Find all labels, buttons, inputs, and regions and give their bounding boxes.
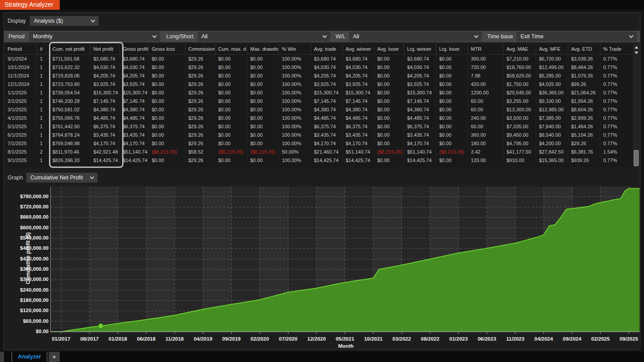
- cell: $4,205.74: [342, 71, 374, 80]
- column-header-[interactable]: #: [37, 44, 49, 54]
- table-row[interactable]: 3/1/20251$750,581.02$4,380.74$4,380.74$0…: [4, 105, 634, 114]
- column-header-win[interactable]: % Win: [279, 44, 311, 54]
- cell: 120.00: [468, 156, 503, 164]
- cell: 360.00: [468, 130, 503, 139]
- cell: 60.00: [468, 97, 503, 105]
- cell: 100.00%: [279, 71, 311, 80]
- graph-type-dropdown[interactable]: Cumulative Net Profit: [26, 173, 98, 183]
- tab-analyzer[interactable]: Analyzer: [12, 352, 47, 362]
- scrollbar-thumb[interactable]: [634, 150, 639, 166]
- cell: $7,145.74: [90, 97, 119, 105]
- x-axis-tick-label: 02/2020: [246, 336, 274, 342]
- table-row[interactable]: 1/1/20251$739,054.54$15,300.74$15,300.74…: [4, 88, 634, 97]
- window-title: Strategy Analyzer: [4, 1, 53, 8]
- table-row[interactable]: 5/1/20251$761,442.50$6,375.74$6,375.74$0…: [4, 122, 634, 130]
- chart-plot-area[interactable]: [50, 187, 640, 334]
- cell: $0.00: [215, 114, 247, 122]
- time-base-dropdown[interactable]: Exit Time: [517, 32, 637, 41]
- cell: ($8,219.26): [247, 147, 279, 156]
- cell: $3,255.00: [503, 97, 536, 105]
- cell: $0.00: [215, 71, 247, 80]
- chevron-down-icon: [91, 18, 95, 22]
- y-axis-tick-label: $660,000.00: [8, 214, 49, 220]
- column-header-avg-trade[interactable]: Avg. trade: [311, 44, 342, 54]
- cell: $13,300.00: [503, 105, 536, 114]
- column-header-max-drawdo[interactable]: Max. drawdo: [247, 44, 279, 54]
- column-header-lrg-winner[interactable]: Lrg. winner: [404, 44, 436, 54]
- y-axis-tick-label: $480,000.00: [8, 245, 49, 252]
- long-short-dropdown[interactable]: All: [197, 32, 330, 41]
- cell: $4,485.74: [311, 114, 342, 122]
- cell: 1: [37, 122, 49, 130]
- cell: $739,054.54: [49, 88, 90, 97]
- cell: 0.77%: [600, 80, 634, 88]
- scroll-up-button[interactable]: [633, 45, 640, 50]
- cell: 6/1/2025: [4, 130, 37, 139]
- cell: $14,425.74: [311, 156, 342, 164]
- x-axis-tick-label: 09/2025: [615, 336, 643, 342]
- cell: $6,720.00: [536, 54, 568, 63]
- cell: $4,200.00: [536, 139, 568, 147]
- column-header-gross-loss[interactable]: Gross loss: [148, 44, 185, 54]
- cell: 300.00: [468, 54, 503, 63]
- column-header-avg-mfe[interactable]: Avg. MFE: [536, 44, 568, 54]
- cell: 100.00%: [279, 63, 311, 71]
- table-row[interactable]: 9/1/20241$711,591.58$3,680.74$3,680.74$0…: [4, 54, 634, 63]
- cell: $3,435.74: [311, 130, 342, 139]
- column-header-period[interactable]: Period: [4, 44, 37, 54]
- tab-bar-grip[interactable]: [0, 352, 4, 362]
- cell: $4,485.74: [90, 114, 119, 122]
- cell: $29.26: [185, 71, 215, 80]
- column-header-avg-winner[interactable]: Avg. winner: [342, 44, 374, 54]
- column-header-mtr[interactable]: MTR: [468, 44, 503, 54]
- table-row[interactable]: 6/1/20251$764,878.24$3,435.74$3,435.74$0…: [4, 130, 634, 139]
- cell: 1200.00: [468, 88, 503, 97]
- period-dropdown[interactable]: Monthly: [29, 32, 160, 41]
- cell: $29.26: [185, 156, 215, 164]
- add-tab-button[interactable]: +: [49, 352, 60, 362]
- cell: $29.26: [185, 130, 215, 139]
- cell: $0.00: [247, 54, 279, 63]
- column-header-lrg-loser[interactable]: Lrg. loser: [436, 44, 468, 54]
- cell: $6,375.74: [90, 122, 119, 130]
- column-header-avg-loser[interactable]: Avg. loser: [374, 44, 404, 54]
- table-row[interactable]: 10/1/20241$715,622.32$4,030.74$4,030.74$…: [4, 63, 634, 71]
- table-row[interactable]: 11/1/20241$719,828.06$4,205.74$4,205.74$…: [4, 71, 634, 80]
- table-row[interactable]: 7/1/20251$769,048.98$4,170.74$4,170.74$0…: [4, 139, 634, 147]
- y-axis-tick-label: $720,000.00: [8, 203, 49, 210]
- cell: $4,485.74: [404, 114, 436, 122]
- chevron-down-icon: [474, 33, 479, 38]
- cell: $0.00: [148, 63, 185, 71]
- column-header-avg-mae[interactable]: Avg. MAE: [503, 44, 536, 54]
- column-header-net-profit[interactable]: Net profit: [90, 44, 119, 54]
- column-header-trade[interactable]: % Trade: [600, 44, 634, 54]
- y-axis-tick-label: $780,000.00: [8, 193, 49, 200]
- table-row[interactable]: 8/1/20252$811,970.46$42,921.48$51,140.74…: [4, 147, 634, 156]
- display-value: Analysis ($): [34, 18, 63, 24]
- table-row[interactable]: 4/1/20251$755,066.76$4,485.74$4,485.74$0…: [4, 114, 634, 122]
- cell: $29.26: [185, 97, 215, 105]
- cell: 10/1/2024: [4, 63, 37, 71]
- table-scrollbar[interactable]: [633, 44, 640, 167]
- column-header-avg-etd[interactable]: Avg. ETD: [568, 44, 600, 54]
- column-header-commission[interactable]: Commission: [185, 44, 215, 54]
- scroll-down-button[interactable]: [633, 50, 640, 55]
- window-title-tab[interactable]: Strategy Analyzer: [0, 0, 60, 10]
- cell: $0.00: [374, 71, 404, 80]
- cell: $15,300.74: [342, 88, 374, 97]
- cell: $0.00: [215, 88, 247, 97]
- column-header-cum-max-d[interactable]: Cum. max. d: [215, 44, 247, 54]
- cell: $3,680.74: [90, 54, 119, 63]
- table-row[interactable]: 9/1/20251$826,396.20$14,425.74$14,425.74…: [4, 156, 634, 164]
- column-header-gross-profit[interactable]: Gross profit: [119, 44, 148, 54]
- display-dropdown[interactable]: Analysis ($): [30, 16, 98, 26]
- table-row[interactable]: 12/1/20241$723,753.80$3,925.74$3,925.74$…: [4, 80, 634, 88]
- cell: $4,025.00: [536, 80, 568, 88]
- column-header-cum-net-profit[interactable]: Cum. net profit: [49, 44, 90, 54]
- wl-dropdown[interactable]: All: [349, 32, 482, 41]
- period-value: Monthly: [33, 33, 53, 40]
- cell: 50.00%: [279, 147, 311, 156]
- chart-marker-point[interactable]: [98, 324, 103, 329]
- table-row[interactable]: 2/1/20251$746,200.28$7,145.74$7,145.74$0…: [4, 97, 634, 105]
- cell: $3,925.74: [311, 80, 342, 88]
